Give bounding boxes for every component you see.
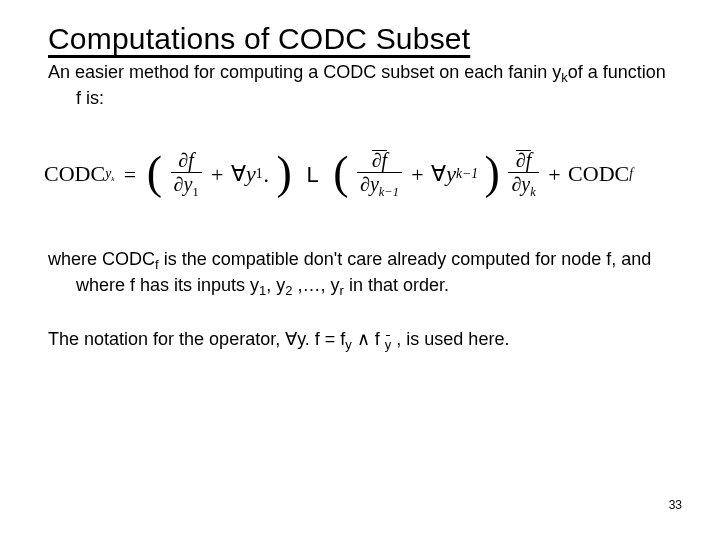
where-sub-2: 2 bbox=[285, 283, 292, 298]
notation-a: The notation for the operator, bbox=[48, 329, 285, 349]
notation-and: ∧ f bbox=[352, 329, 385, 349]
where-a: where CODC bbox=[48, 249, 155, 269]
where-d: ,…, y bbox=[293, 275, 340, 295]
partial-1a: ∂ bbox=[178, 149, 188, 171]
fraction-df-dyk-bar: ∂f ∂yk bbox=[508, 150, 538, 199]
L-operator: L bbox=[306, 162, 318, 187]
codcf-sub-f: f bbox=[629, 167, 633, 182]
km1-forall-2: k−1 bbox=[456, 167, 478, 182]
one-forall-1: 1 bbox=[256, 167, 263, 182]
slide-title: Computations of CODC Subset bbox=[48, 22, 672, 56]
where-paragraph: where CODCf is the compatible don't care… bbox=[48, 247, 672, 299]
plus-1: + bbox=[211, 162, 223, 187]
notation-b: y. f = f bbox=[297, 329, 345, 349]
notation-c: , is used here. bbox=[391, 329, 509, 349]
plus-2: + bbox=[411, 162, 423, 187]
one-1b: 1 bbox=[192, 185, 198, 199]
k-3b: k bbox=[530, 185, 536, 199]
partial-3b: ∂ bbox=[511, 173, 521, 195]
y-3b: y bbox=[521, 173, 530, 195]
equals-sign: = bbox=[124, 162, 136, 187]
codc-formula: CODCyk = ( ∂f ∂y1 + ∀y1. ) L ( ∂f ∂yk−1 … bbox=[44, 150, 672, 199]
forall-2: ∀ bbox=[431, 162, 446, 187]
notation-sub-ybar: y bbox=[385, 337, 391, 352]
page-number: 33 bbox=[669, 498, 682, 512]
codc-symbol: CODC bbox=[44, 162, 105, 187]
partial-2b: ∂ bbox=[360, 173, 370, 195]
where-e: in that order. bbox=[344, 275, 449, 295]
codcf-symbol: CODC bbox=[568, 162, 629, 187]
y-forall-1: y bbox=[246, 162, 256, 187]
f-2a: f bbox=[382, 149, 388, 171]
y-forall-2: y bbox=[446, 162, 456, 187]
km1-2b: k−1 bbox=[379, 185, 399, 199]
y-2b: y bbox=[370, 173, 379, 195]
forall-1: ∀ bbox=[231, 162, 246, 187]
partial-2a: ∂ bbox=[372, 149, 382, 171]
partial-3a: ∂ bbox=[516, 149, 526, 171]
plus-3: + bbox=[548, 162, 560, 187]
partial-1b: ∂ bbox=[174, 173, 184, 195]
codc-sub-k: k bbox=[111, 175, 114, 183]
slide: Computations of CODC Subset An easier me… bbox=[0, 0, 720, 540]
fraction-df-dy1: ∂f ∂y1 bbox=[171, 150, 202, 199]
intro-paragraph: An easier method for computing a CODC su… bbox=[48, 60, 672, 110]
notation-paragraph: The notation for the operator, ∀y. f = f… bbox=[48, 327, 672, 353]
intro-text-a: An easier method for computing a CODC su… bbox=[48, 62, 561, 82]
dot-1: . bbox=[264, 162, 270, 187]
fraction-df-dykm1-bar: ∂f ∂yk−1 bbox=[357, 150, 402, 199]
where-c: , y bbox=[266, 275, 285, 295]
notation-forall: ∀ bbox=[285, 329, 297, 349]
f-3a: f bbox=[526, 149, 532, 171]
f-1a: f bbox=[188, 149, 194, 171]
